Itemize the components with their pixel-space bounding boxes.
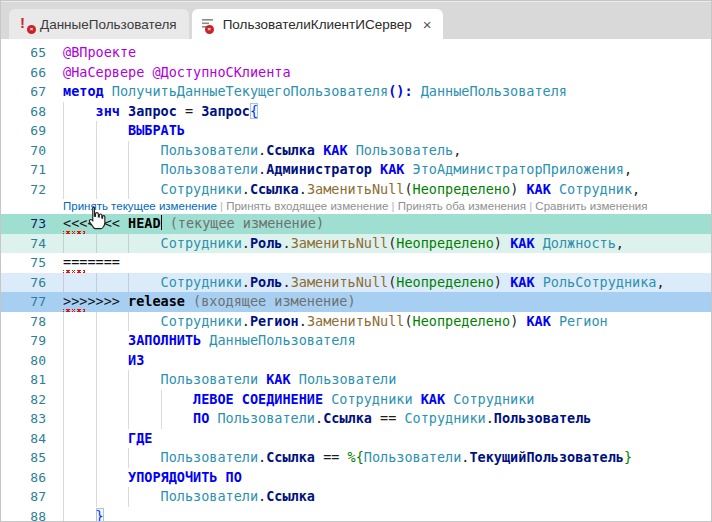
code-content: >>>>>>> release (входящее изменение) bbox=[63, 292, 711, 312]
codelens-action-2[interactable]: Принять оба изменения bbox=[398, 200, 526, 212]
line-number: 84 bbox=[1, 429, 46, 449]
code-content: знч Запрос = Запрос{ bbox=[63, 102, 711, 122]
line-number: 69 bbox=[1, 121, 46, 141]
line-number: 70 bbox=[1, 141, 46, 161]
indent-guide bbox=[63, 370, 64, 390]
code-content: ЛЕВОЕ СОЕДИНЕНИЕ Сотрудники КАК Сотрудни… bbox=[63, 390, 711, 410]
code-line-70[interactable]: 70 Пользователи.Ссылка КАК Пользователь, bbox=[1, 141, 711, 161]
code-content: метод ПолучитьДанныеТекущегоПользователя… bbox=[63, 82, 711, 102]
codelens-action-3[interactable]: Сравнить изменения bbox=[535, 200, 647, 212]
indent-guide bbox=[128, 409, 129, 429]
code-line-77[interactable]: 77>>>>>>> release (входящее изменение) bbox=[1, 292, 711, 312]
indent-guide bbox=[63, 160, 64, 180]
code-line-79[interactable]: 79 ЗАПОЛНИТЬ ДанныеПользователя bbox=[1, 331, 711, 351]
codelens-action-0[interactable]: Принять текущее изменение bbox=[63, 200, 217, 212]
indent-guide bbox=[96, 180, 97, 200]
line-number: 85 bbox=[1, 448, 46, 468]
code-content: Пользователи.Администратор КАК ЭтоАдмини… bbox=[63, 160, 711, 180]
line-number: 72 bbox=[1, 180, 46, 200]
indent-guide bbox=[128, 370, 129, 390]
indent-guide bbox=[63, 390, 64, 410]
indent-guide bbox=[63, 507, 64, 522]
indent-guide bbox=[96, 160, 97, 180]
code-line-87[interactable]: 87 Пользователи.Ссылка bbox=[1, 487, 711, 507]
line-number: 67 bbox=[1, 82, 46, 102]
indent-guide bbox=[96, 370, 97, 390]
code-line-72[interactable]: 72 Сотрудники.Ссылка.ЗаменитьNull(Неопре… bbox=[1, 180, 711, 200]
code-line-69[interactable]: 69 ВЫБРАТЬ bbox=[1, 121, 711, 141]
code-content: ПО Пользователи.Ссылка == Сотрудники.Пол… bbox=[63, 409, 711, 429]
indent-guide bbox=[63, 487, 64, 507]
code-line-84[interactable]: 84 ГДЕ bbox=[1, 429, 711, 449]
codelens-separator: | bbox=[217, 200, 226, 212]
code-content: <<<<<<< HEAD (текущее изменение) bbox=[63, 214, 711, 234]
tab-dannye-polzovatelya[interactable]: ! × ДанныеПользователя bbox=[9, 9, 189, 39]
code-line-78[interactable]: 78 Сотрудники.Регион.ЗаменитьNull(Неопре… bbox=[1, 312, 711, 332]
indent-guide bbox=[96, 448, 97, 468]
tab-label: ПользователиКлиентИСервер bbox=[223, 17, 412, 32]
line-number: 71 bbox=[1, 160, 46, 180]
indent-guide bbox=[96, 351, 97, 371]
indent-guide bbox=[96, 273, 97, 293]
code-content: Сотрудники.Роль.ЗаменитьNull(Неопределен… bbox=[63, 273, 711, 293]
indent-guide bbox=[128, 390, 129, 410]
indent-guide bbox=[96, 390, 97, 410]
indent-guide bbox=[63, 331, 64, 351]
editor-window: ! × ДанныеПользователя × ПользователиКли… bbox=[0, 0, 712, 522]
indent-guide bbox=[63, 429, 64, 449]
code-line-67[interactable]: 67метод ПолучитьДанныеТекущегоПользовате… bbox=[1, 82, 711, 102]
code-content: ВЫБРАТЬ bbox=[63, 121, 711, 141]
code-line-66[interactable]: 66@НаСервере @ДоступноСКлиента bbox=[1, 63, 711, 83]
code-editor[interactable]: 65@ВПроекте66@НаСервере @ДоступноСКлиент… bbox=[1, 39, 711, 522]
line-number: 83 bbox=[1, 409, 46, 429]
code-content: Пользователи.Ссылка bbox=[63, 487, 711, 507]
line-number: 79 bbox=[1, 331, 46, 351]
code-line-76[interactable]: 76 Сотрудники.Роль.ЗаменитьNull(Неопреде… bbox=[1, 273, 711, 293]
code-line-73[interactable]: 73<<<<<<< HEAD (текущее изменение) bbox=[1, 214, 711, 234]
code-line-68[interactable]: 68 знч Запрос = Запрос{ bbox=[1, 102, 711, 122]
code-line-80[interactable]: 80 ИЗ bbox=[1, 351, 711, 371]
error-file-icon: ! × bbox=[19, 16, 35, 32]
line-number: 87 bbox=[1, 487, 46, 507]
indent-guide bbox=[128, 312, 129, 332]
code-content: УПОРЯДОЧИТЬ ПО bbox=[63, 468, 711, 488]
indent-guide bbox=[96, 141, 97, 161]
code-content: Пользователи.Ссылка КАК Пользователь, bbox=[63, 141, 711, 161]
merge-codelens: Принять текущее изменение | Принять вход… bbox=[1, 199, 711, 214]
error-badge: × bbox=[27, 25, 36, 34]
list-file-icon: × bbox=[202, 16, 218, 32]
code-line-75[interactable]: 75======= bbox=[1, 253, 711, 273]
editor-lines: 65@ВПроекте66@НаСервере @ДоступноСКлиент… bbox=[1, 43, 711, 522]
indent-guide bbox=[96, 429, 97, 449]
code-line-85[interactable]: 85 Пользователи.Ссылка == %{Пользователи… bbox=[1, 448, 711, 468]
indent-guide bbox=[128, 141, 129, 161]
code-content: ======= bbox=[63, 253, 711, 273]
indent-guide bbox=[161, 409, 162, 429]
code-line-74[interactable]: 74 Сотрудники.Роль.ЗаменитьNull(Неопреде… bbox=[1, 234, 711, 254]
line-number: 82 bbox=[1, 390, 46, 410]
line-number: 73 bbox=[1, 214, 46, 234]
code-line-82[interactable]: 82 ЛЕВОЕ СОЕДИНЕНИЕ Сотрудники КАК Сотру… bbox=[1, 390, 711, 410]
codelens-action-1[interactable]: Принять входящее изменение bbox=[226, 200, 388, 212]
codelens-separator: | bbox=[526, 200, 535, 212]
line-number: 68 bbox=[1, 102, 46, 122]
code-line-88[interactable]: 88 } bbox=[1, 507, 711, 522]
code-line-65[interactable]: 65@ВПроекте bbox=[1, 43, 711, 63]
indent-guide bbox=[63, 180, 64, 200]
error-badge: × bbox=[205, 25, 214, 34]
indent-guide bbox=[63, 273, 64, 293]
line-number: 75 bbox=[1, 253, 46, 273]
code-line-86[interactable]: 86 УПОРЯДОЧИТЬ ПО bbox=[1, 468, 711, 488]
line-number: 86 bbox=[1, 468, 46, 488]
code-line-71[interactable]: 71 Пользователи.Администратор КАК ЭтоАдм… bbox=[1, 160, 711, 180]
close-icon[interactable]: × bbox=[423, 17, 432, 32]
indent-guide bbox=[128, 180, 129, 200]
tab-polzovateli-klient-i-server[interactable]: × ПользователиКлиентИСервер × bbox=[192, 9, 444, 39]
code-line-81[interactable]: 81 Пользователи КАК Пользователи bbox=[1, 370, 711, 390]
indent-guide bbox=[161, 390, 162, 410]
indent-guide bbox=[128, 487, 129, 507]
indent-guide bbox=[128, 160, 129, 180]
tab-bar: ! × ДанныеПользователя × ПользователиКли… bbox=[1, 1, 711, 39]
indent-guide bbox=[128, 448, 129, 468]
code-line-83[interactable]: 83 ПО Пользователи.Ссылка == Сотрудники.… bbox=[1, 409, 711, 429]
